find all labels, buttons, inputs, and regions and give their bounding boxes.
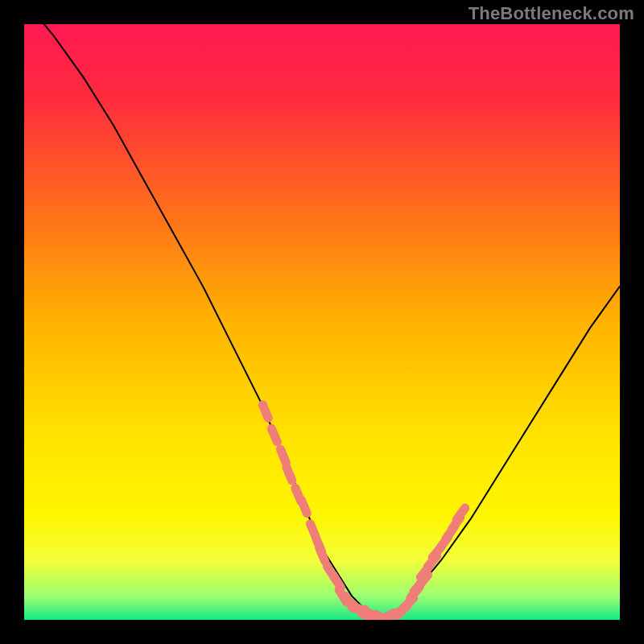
curve-marker <box>301 500 307 514</box>
watermark-text: TheBottleneck.com <box>469 3 634 24</box>
curve-marker <box>262 405 268 419</box>
curve-marker <box>287 467 292 481</box>
gradient-background <box>24 24 620 620</box>
chart-frame <box>24 24 620 620</box>
bottleneck-plot <box>24 24 620 620</box>
curve-marker <box>320 547 325 561</box>
curve-marker <box>271 428 277 442</box>
curve-marker <box>280 449 286 463</box>
